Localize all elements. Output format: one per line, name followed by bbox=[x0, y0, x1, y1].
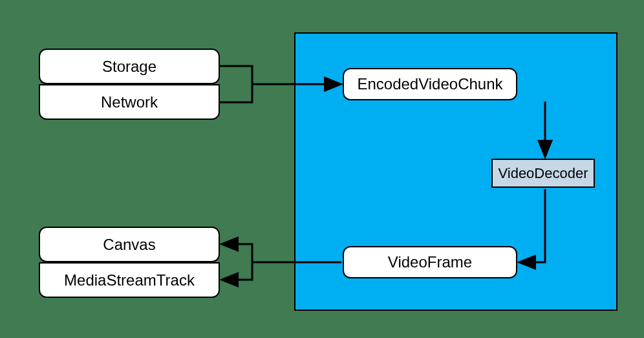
edge-storage-to-bus bbox=[220, 66, 252, 84]
node-video-decoder: VideoDecoder bbox=[491, 159, 595, 188]
node-video-frame-label: VideoFrame bbox=[388, 253, 472, 271]
edge-bus2-to-canvas bbox=[223, 244, 252, 262]
node-media-stream-track: MediaStreamTrack bbox=[39, 262, 220, 298]
node-video-frame: VideoFrame bbox=[343, 246, 517, 278]
edge-network-to-bus bbox=[220, 84, 252, 102]
node-network: Network bbox=[39, 84, 220, 120]
node-storage: Storage bbox=[39, 49, 220, 84]
node-network-label: Network bbox=[101, 93, 158, 111]
node-encoded-video-chunk-label: EncodedVideoChunk bbox=[357, 75, 502, 93]
node-canvas: Canvas bbox=[39, 227, 220, 262]
node-video-decoder-label: VideoDecoder bbox=[498, 165, 588, 182]
node-media-stream-track-label: MediaStreamTrack bbox=[64, 271, 195, 289]
node-canvas-label: Canvas bbox=[103, 236, 155, 254]
node-storage-label: Storage bbox=[102, 58, 156, 76]
edge-bus2-to-mst bbox=[223, 262, 252, 280]
node-encoded-video-chunk: EncodedVideoChunk bbox=[343, 68, 517, 100]
